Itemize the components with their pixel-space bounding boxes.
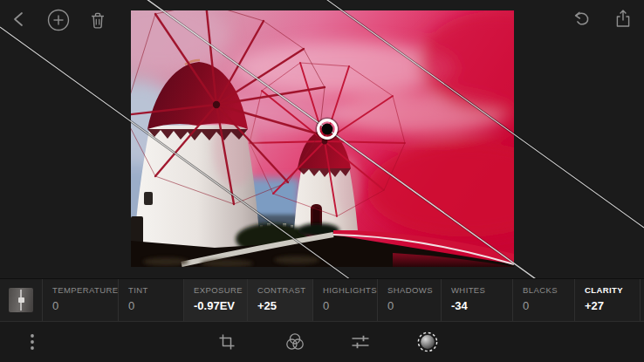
back-button[interactable] (7, 7, 31, 31)
adjustment-label: TINT (128, 285, 183, 295)
crop-tool-button[interactable] (214, 329, 240, 355)
add-plus-icon (46, 8, 71, 32)
add-photo-button[interactable] (46, 8, 71, 32)
adjustments-endcap (640, 279, 644, 321)
back-chevron-icon (7, 7, 31, 31)
trash-icon (86, 8, 110, 32)
selective-edit-tool-button[interactable] (414, 329, 441, 355)
adjustment-label: EXPOSURE (194, 285, 247, 295)
adjustment-value: -34 (451, 299, 512, 312)
adjustment-value: +27 (585, 299, 640, 312)
adjustment-blacks[interactable]: BLACKS 0 (512, 279, 574, 321)
undo-arrow-icon (569, 7, 593, 31)
adjustment-value: +25 (257, 299, 312, 312)
adjustment-label: CLARITY (585, 285, 640, 295)
adjustment-label: HIGHLIGHTS (323, 285, 377, 295)
crop-icon (216, 331, 237, 352)
adjustment-label: CONTRAST (257, 285, 312, 295)
adjustment-value: 0 (387, 299, 441, 312)
delete-button[interactable] (86, 8, 110, 32)
adjustment-exposure[interactable]: EXPOSURE -0.97EV (183, 279, 247, 321)
editor-stage (0, 0, 644, 278)
color-mix-tool-button[interactable] (282, 329, 308, 355)
adjustment-shadows[interactable]: SHADOWS 0 (377, 279, 441, 321)
bottom-toolbar (0, 321, 644, 362)
compare-slider-thumbnail-icon (9, 288, 33, 312)
adjustment-label: SHADOWS (387, 285, 441, 295)
adjustment-clarity[interactable]: CLARITY +27 (574, 279, 640, 321)
adjustment-whites[interactable]: WHITES -34 (441, 279, 512, 321)
undo-button[interactable] (569, 7, 593, 31)
adjustments-bar: TEMPERATURE 0 TINT 0 EXPOSURE -0.97EV CO… (0, 278, 644, 321)
adjustment-tint[interactable]: TINT 0 (118, 279, 183, 321)
adjustment-temperature[interactable]: TEMPERATURE 0 (42, 279, 118, 321)
adjust-tool-button[interactable] (347, 329, 373, 355)
adjustment-highlights[interactable]: HIGHLIGHTS 0 (312, 279, 377, 321)
adjustment-value: -0.97EV (194, 299, 247, 312)
adjustment-value: 0 (52, 299, 118, 312)
adjustment-label: TEMPERATURE (52, 285, 118, 295)
photo-editor-app: TEMPERATURE 0 TINT 0 EXPOSURE -0.97EV CO… (0, 0, 644, 362)
adjustment-label: BLACKS (523, 285, 574, 295)
overflow-menu-button[interactable] (19, 329, 45, 355)
adjustment-contrast[interactable]: CONTRAST +25 (247, 279, 312, 321)
compare-slider-button[interactable] (0, 279, 42, 321)
adjustment-value: 0 (323, 299, 377, 312)
adjust-sliders-icon (349, 331, 372, 353)
adjustment-label: WHITES (451, 285, 512, 295)
share-export-icon (611, 7, 635, 31)
overflow-menu-dots-icon (22, 330, 43, 354)
selective-edit-radial-icon (415, 330, 440, 354)
color-mix-circles-icon (284, 331, 306, 353)
mask-control-point[interactable] (314, 116, 340, 142)
share-button[interactable] (611, 7, 635, 31)
adjustment-value: 0 (128, 299, 183, 312)
adjustment-value: 0 (523, 299, 574, 312)
